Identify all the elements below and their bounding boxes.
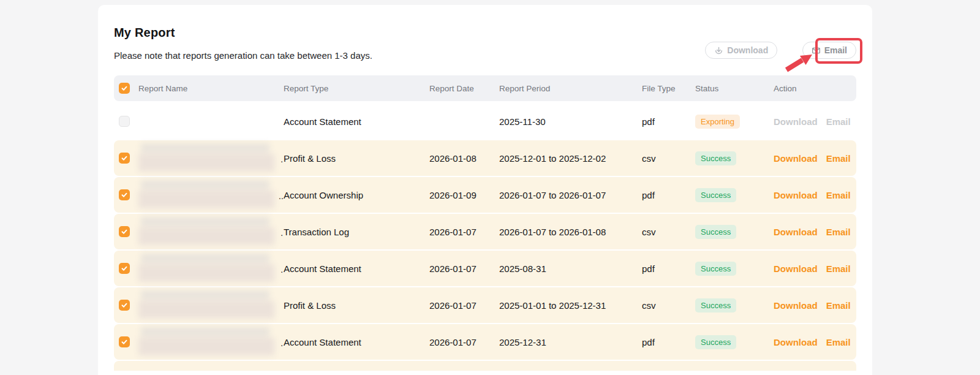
row-checkbox[interactable] xyxy=(119,300,130,311)
report-date-cell: 2026-01-07 xyxy=(429,227,499,237)
toolbar: Download Email xyxy=(705,42,856,66)
row-download-link[interactable]: Download xyxy=(774,190,818,200)
email-button-label: Email xyxy=(824,45,847,55)
row-checkbox[interactable] xyxy=(119,336,130,347)
report-name-suffix: . xyxy=(281,227,283,246)
redacted-report-name xyxy=(138,254,278,283)
header-report-name: Report Name xyxy=(138,84,284,93)
email-button[interactable]: Email xyxy=(802,42,856,59)
row-email-link[interactable]: Email xyxy=(826,337,851,347)
select-all-checkbox[interactable] xyxy=(119,83,130,94)
file-type-cell: csv xyxy=(642,153,695,164)
report-type-cell: Profit & Loss xyxy=(284,153,429,164)
action-cell: DownloadEmail xyxy=(774,116,856,127)
row-download-link[interactable]: Download xyxy=(774,227,818,237)
report-name-suffix: . xyxy=(281,338,283,357)
row-checkbox-cell xyxy=(114,300,138,311)
row-email-link[interactable]: Email xyxy=(826,227,851,237)
report-name-cell: . xyxy=(138,143,284,173)
email-icon xyxy=(812,46,821,55)
file-type-cell: pdf xyxy=(642,337,695,347)
report-period-cell: 2025-12-31 xyxy=(499,337,642,347)
action-cell: DownloadEmail xyxy=(774,153,856,164)
row-email-link[interactable]: Email xyxy=(826,300,851,311)
table-row: Profit & Loss2026-01-072025-01-01 to 202… xyxy=(114,287,856,323)
status-badge: Success xyxy=(695,225,736,239)
report-name-cell: .. xyxy=(138,180,284,210)
status-cell: Success xyxy=(695,188,774,202)
row-download-link[interactable]: Download xyxy=(774,300,818,311)
report-date-cell: 2026-01-09 xyxy=(429,190,499,200)
page-title: My Report xyxy=(114,26,175,40)
redacted-report-name xyxy=(138,327,278,357)
row-checkbox-cell xyxy=(114,263,138,274)
row-download-link[interactable]: Download xyxy=(774,116,818,127)
report-period-cell: 2025-01-01 to 2025-12-31 xyxy=(499,300,642,311)
report-date-cell: 2026-01-07 xyxy=(429,300,499,311)
table-row: .Account Statement2026-01-072025-12-31pd… xyxy=(114,324,856,360)
file-type-cell: pdf xyxy=(642,116,695,127)
header-action: Action xyxy=(774,84,856,93)
row-download-link[interactable]: Download xyxy=(774,337,818,347)
row-download-link[interactable]: Download xyxy=(774,153,818,164)
row-checkbox[interactable] xyxy=(119,116,130,127)
row-checkbox-cell xyxy=(114,153,138,164)
row-checkbox[interactable] xyxy=(119,226,130,237)
report-table: Report Name Report Type Report Date Repo… xyxy=(114,75,856,371)
row-email-link[interactable]: Email xyxy=(826,190,851,200)
report-name-cell: . xyxy=(138,327,284,357)
status-badge: Exporting xyxy=(695,115,740,129)
status-cell: Success xyxy=(695,335,774,349)
page-subtitle: Please note that reports generation can … xyxy=(114,50,372,61)
table-row: .Account Statement2026-01-072025-08-31pd… xyxy=(114,251,856,286)
row-checkbox[interactable] xyxy=(119,263,130,274)
header-status: Status xyxy=(695,84,774,93)
redacted-report-name xyxy=(138,290,278,320)
report-period-cell: 2025-08-31 xyxy=(499,263,642,274)
row-checkbox[interactable] xyxy=(119,153,130,164)
download-button-label: Download xyxy=(727,45,768,55)
report-type-cell: Transaction Log xyxy=(284,227,429,237)
report-period-cell: 2026-01-07 to 2026-01-07 xyxy=(499,190,642,200)
action-cell: DownloadEmail xyxy=(774,263,856,274)
row-email-link[interactable]: Email xyxy=(826,263,851,274)
report-type-cell: Account Ownership xyxy=(284,190,429,200)
action-cell: DownloadEmail xyxy=(774,300,856,311)
row-checkbox[interactable] xyxy=(119,189,130,200)
status-badge: Success xyxy=(695,298,736,312)
redacted-report-name xyxy=(138,143,278,173)
report-type-cell: Profit & Loss xyxy=(284,300,429,311)
report-name-cell xyxy=(138,290,284,320)
row-email-link[interactable]: Email xyxy=(826,153,851,164)
row-checkbox-cell xyxy=(114,226,138,237)
report-type-cell: Account Statement xyxy=(284,263,429,274)
row-email-link[interactable]: Email xyxy=(826,116,851,127)
status-cell: Exporting xyxy=(695,115,774,129)
redacted-report-name xyxy=(138,180,276,210)
table-body: Account Statement2025-11-30pdfExportingD… xyxy=(114,104,856,360)
report-date-cell: 2026-01-07 xyxy=(429,263,499,274)
status-badge: Success xyxy=(695,188,736,202)
row-checkbox-cell xyxy=(114,189,138,200)
table-row: Account Statement2025-11-30pdfExportingD… xyxy=(114,104,856,139)
header-report-type: Report Type xyxy=(284,84,429,93)
action-cell: DownloadEmail xyxy=(774,227,856,237)
table-row: ..Account Ownership2026-01-092026-01-07 … xyxy=(114,177,856,213)
report-name-cell: . xyxy=(138,254,284,283)
report-name-suffix: .. xyxy=(279,191,284,210)
report-date-cell: 2026-01-07 xyxy=(429,337,499,347)
file-type-cell: pdf xyxy=(642,263,695,274)
status-badge: Success xyxy=(695,262,736,276)
report-card: My Report Please note that reports gener… xyxy=(98,5,872,375)
table-row: .Profit & Loss2026-01-082025-12-01 to 20… xyxy=(114,140,856,176)
action-cell: DownloadEmail xyxy=(774,337,856,347)
status-cell: Success xyxy=(695,151,774,165)
action-cell: DownloadEmail xyxy=(774,190,856,200)
report-type-cell: Account Statement xyxy=(284,337,429,347)
report-name-cell: . xyxy=(138,217,284,246)
row-download-link[interactable]: Download xyxy=(774,263,818,274)
status-cell: Success xyxy=(695,298,774,312)
download-button[interactable]: Download xyxy=(705,42,777,59)
redacted-report-name xyxy=(138,217,278,246)
header-report-date: Report Date xyxy=(429,84,499,93)
